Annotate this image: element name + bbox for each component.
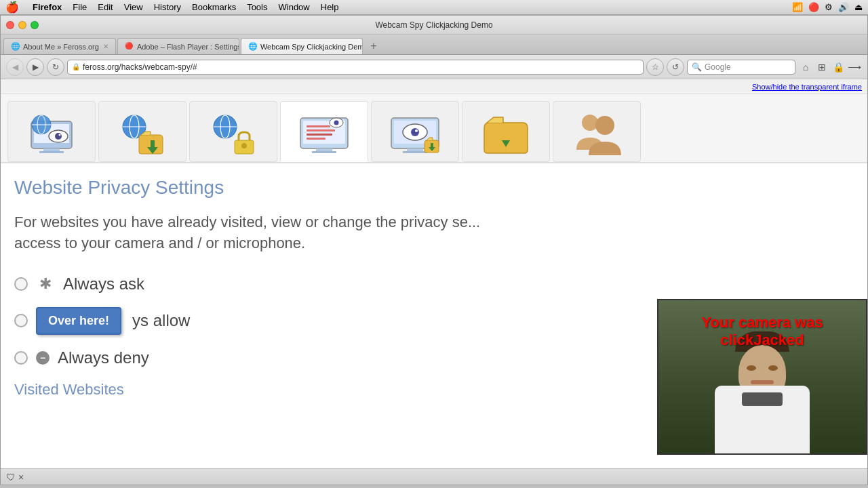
- menu-file[interactable]: File: [73, 2, 87, 12]
- tab-about-me[interactable]: 🌐 About Me » Feross.org ✕: [3, 38, 116, 54]
- tab-close-1[interactable]: ✕: [103, 43, 108, 50]
- radio-circle-allow[interactable]: [14, 314, 28, 327]
- svg-rect-26: [312, 151, 336, 153]
- nav-icons-right: ⌂ ⊞ 🔒 ⟶: [798, 60, 862, 75]
- view-toggle-button[interactable]: ⊞: [814, 60, 829, 75]
- nav-storage-global[interactable]: [98, 101, 186, 162]
- system-icon-2: 🔴: [808, 2, 819, 12]
- nav-bar: ◀ ▶ ↻ 🔒 feross.org/hacks/webcam-spy/# ☆ …: [1, 55, 867, 79]
- storage-website-icon: [388, 108, 442, 155]
- tab-favicon-2: 🔴: [125, 42, 134, 52]
- system-icon-5: ⏏: [854, 2, 863, 12]
- svg-rect-3: [39, 151, 64, 153]
- svg-rect-22: [307, 129, 335, 131]
- svg-point-9: [59, 134, 61, 136]
- address-icon: 🔒: [72, 63, 80, 70]
- status-x-icon[interactable]: ×: [18, 472, 24, 483]
- menu-history[interactable]: History: [154, 2, 181, 12]
- users-icon: [570, 108, 624, 155]
- app-name[interactable]: Firefox: [33, 2, 62, 12]
- radio-circle-ask[interactable]: [14, 277, 28, 291]
- webcam-overlay-text: Your camera was clickJacked: [658, 314, 866, 350]
- asterisk-icon: ✱: [36, 274, 55, 293]
- svg-point-39: [595, 116, 614, 135]
- svg-point-28: [334, 120, 339, 125]
- maximize-button[interactable]: [31, 21, 39, 29]
- address-bar[interactable]: 🔒 feross.org/hacks/webcam-spy/#: [67, 60, 644, 75]
- person-body: [715, 386, 810, 453]
- nav-security[interactable]: [189, 101, 277, 162]
- close-button[interactable]: [6, 21, 14, 29]
- flash-icon-strip: [1, 94, 867, 163]
- svg-point-8: [55, 133, 62, 140]
- svg-rect-31: [407, 148, 423, 151]
- refresh-button[interactable]: ↻: [47, 58, 64, 76]
- tab-favicon-1: 🌐: [11, 42, 20, 52]
- page-content: Website Privacy Settings For websites yo…: [1, 94, 867, 468]
- address-url: feross.org/hacks/webcam-spy/#: [83, 62, 197, 72]
- microphone-icon: [479, 108, 533, 155]
- tab-label-1: About Me » Feross.org: [23, 43, 99, 51]
- privacy-website-icon: [297, 108, 351, 155]
- system-icon-4: 🔊: [838, 2, 849, 12]
- storage-global-icon: [115, 108, 170, 155]
- webcam-preview: Your camera was clickJacked: [657, 299, 867, 455]
- menu-bar: 🍎 Firefox File Edit View History Bookmar…: [0, 0, 868, 15]
- tab-favicon-3: 🌐: [248, 42, 258, 52]
- privacy-global-icon: [24, 108, 79, 155]
- system-icon-1: 📶: [792, 2, 803, 12]
- window-controls: [6, 21, 39, 29]
- menu-window[interactable]: Window: [279, 2, 310, 12]
- search-icon: 🔍: [692, 62, 702, 72]
- radio-label-ask: Always ask: [63, 274, 144, 293]
- main-content-area: Website Privacy Settings For websites yo…: [1, 163, 867, 468]
- minus-icon: −: [36, 351, 50, 365]
- nav-microphone[interactable]: [462, 101, 550, 162]
- extension-button-2[interactable]: ⟶: [847, 60, 862, 75]
- show-iframe-link[interactable]: Show/hide the transparent iframe: [752, 83, 862, 91]
- menu-bookmarks[interactable]: Bookmarks: [192, 2, 236, 12]
- svg-rect-25: [316, 148, 332, 151]
- nav-privacy-global[interactable]: [7, 101, 96, 162]
- menu-edit[interactable]: Edit: [98, 2, 113, 12]
- window-title: Webcam Spy Clickjacking Demo: [375, 20, 492, 30]
- title-bar: Webcam Spy Clickjacking Demo: [1, 16, 867, 35]
- reload-button[interactable]: ↺: [667, 58, 684, 76]
- section-title: Website Privacy Settings: [14, 177, 854, 199]
- svg-rect-23: [307, 134, 332, 136]
- search-bar[interactable]: 🔍 Google: [687, 60, 795, 75]
- tab-label-3: Webcam Spy Clickjacking Demo: [260, 43, 363, 51]
- apple-menu[interactable]: 🍎: [5, 1, 19, 14]
- radio-always-ask[interactable]: ✱ Always ask: [14, 274, 854, 293]
- extension-button-1[interactable]: 🔒: [831, 60, 846, 75]
- nav-privacy-website[interactable]: [280, 101, 368, 162]
- minimize-button[interactable]: [18, 21, 26, 29]
- radio-circle-deny[interactable]: [14, 351, 28, 365]
- svg-rect-2: [43, 148, 60, 151]
- nav-users[interactable]: [553, 101, 641, 162]
- security-icon: [206, 108, 260, 155]
- new-tab-button[interactable]: +: [366, 38, 382, 54]
- tab-flash-settings[interactable]: 🔴 Adobe – Flash Player : Settings … ✕: [117, 38, 239, 54]
- adblock-icon[interactable]: 🛡: [6, 472, 16, 483]
- menu-help[interactable]: Help: [321, 2, 339, 12]
- menu-view[interactable]: View: [124, 2, 143, 12]
- back-button[interactable]: ◀: [6, 58, 24, 76]
- svg-rect-24: [307, 138, 326, 140]
- svg-point-35: [415, 129, 418, 132]
- tab-label-2: Adobe – Flash Player : Settings …: [137, 43, 239, 51]
- svg-point-34: [411, 128, 419, 136]
- description-text: For websites you have already visited, v…: [14, 212, 854, 254]
- tab-webcam-demo[interactable]: 🌐 Webcam Spy Clickjacking Demo ✕: [241, 38, 363, 54]
- menu-tools[interactable]: Tools: [247, 2, 267, 12]
- tab-bar: 🌐 About Me » Feross.org ✕ 🔴 Adobe – Flas…: [1, 35, 867, 55]
- radio-label-deny: Always deny: [58, 348, 149, 367]
- over-here-button[interactable]: Over here!: [36, 307, 121, 335]
- browser-window: Webcam Spy Clickjacking Demo 🌐 About Me …: [0, 15, 868, 485]
- search-placeholder: Google: [705, 62, 731, 72]
- radio-label-allow: ys allow: [132, 311, 190, 330]
- bookmark-button[interactable]: ☆: [646, 58, 664, 76]
- nav-storage-website[interactable]: [371, 101, 459, 162]
- home-button[interactable]: ⌂: [798, 60, 813, 75]
- forward-button[interactable]: ▶: [26, 58, 44, 76]
